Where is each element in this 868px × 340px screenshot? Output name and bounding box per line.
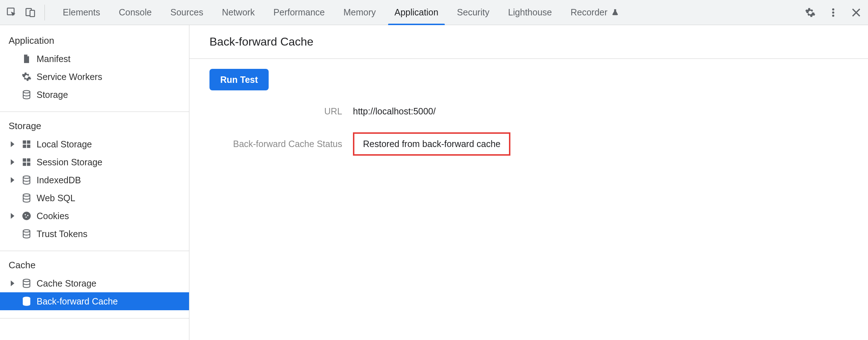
tab-console[interactable]: Console [109,0,161,25]
sidebar-item-service-workers[interactable]: Service Workers [0,68,189,86]
cookie-icon [22,211,32,221]
svg-rect-8 [27,141,30,144]
svg-point-15 [23,176,30,178]
tab-label: Sources [170,7,203,18]
db-icon [22,90,32,100]
sidebar-item-cookies[interactable]: Cookies [0,207,189,225]
tab-performance[interactable]: Performance [264,0,334,25]
tab-sources[interactable]: Sources [161,0,213,25]
sidebar-section-title: Cache [0,256,189,274]
svg-point-20 [25,217,27,218]
sidebar-item-label: Session Storage [37,157,102,167]
svg-rect-10 [27,145,30,148]
db-icon [22,296,32,306]
sidebar-item-label: Storage [37,90,68,100]
chevron-right-icon [11,141,14,147]
svg-rect-7 [23,141,26,144]
url-value: http://localhost:5000/ [353,106,848,117]
gear-icon [22,72,32,82]
settings-icon[interactable] [805,7,816,18]
db-icon [22,175,32,185]
chevron-right-icon [11,213,14,219]
svg-point-17 [22,212,30,220]
svg-point-4 [832,11,834,14]
sidebar-item-label: Service Workers [37,72,102,82]
run-test-button[interactable]: Run Test [209,69,269,90]
svg-point-5 [832,14,834,16]
svg-point-18 [25,214,26,216]
sidebar-item-indexeddb[interactable]: IndexedDB [0,171,189,189]
tabbar-right-controls [798,7,862,18]
chevron-right-icon [11,159,14,165]
inspect-element-icon[interactable] [6,7,17,18]
tab-application[interactable]: Application [385,0,448,25]
sidebar-item-label: Cookies [37,211,69,221]
grid-icon [22,139,32,149]
tab-memory[interactable]: Memory [334,0,385,25]
chevron-right-icon [11,177,14,183]
svg-point-6 [23,90,30,93]
svg-rect-14 [27,162,30,166]
svg-point-3 [832,8,834,10]
tab-elements[interactable]: Elements [53,0,109,25]
application-sidebar: Application Manifest Service Workers Sto… [0,25,189,340]
sidebar-section-title: Application [0,32,189,50]
sidebar-item-web-sql[interactable]: Web SQL [0,189,189,207]
tab-label: Performance [273,7,325,18]
page-title: Back-forward Cache [209,35,848,58]
tab-lighthouse[interactable]: Lighthouse [499,0,561,25]
db-icon [22,193,32,203]
svg-rect-13 [23,162,26,166]
tab-label: Recorder [571,7,608,18]
sidebar-item-cache-storage[interactable]: Cache Storage [0,274,189,292]
sidebar-item-label: Web SQL [37,193,75,203]
tab-recorder[interactable]: Recorder [561,0,628,25]
sidebar-item-storage[interactable]: Storage [0,86,189,104]
chevron-right-icon [11,280,14,286]
tab-network[interactable]: Network [213,0,264,25]
sidebar-item-trust-tokens[interactable]: Trust Tokens [0,225,189,243]
grid-icon [22,157,32,167]
tab-label: Elements [63,7,100,18]
tab-label: Security [457,7,489,18]
close-icon[interactable] [851,7,862,18]
devtools-tabbar: Elements Console Sources Network Perform… [0,0,868,25]
tab-label: Application [395,7,438,18]
sidebar-item-session-storage[interactable]: Session Storage [0,153,189,171]
tab-label: Network [222,7,255,18]
sidebar-item-label: Cache Storage [37,278,96,289]
device-toggle-icon[interactable] [25,7,36,18]
bfcache-status-label: Back-forward Cache Status [209,139,353,149]
sidebar-item-local-storage[interactable]: Local Storage [0,135,189,153]
url-label: URL [209,106,353,117]
tabbar-left-controls [6,5,45,20]
beaker-icon [611,9,619,16]
svg-point-22 [23,279,30,282]
sidebar-item-manifest[interactable]: Manifest [0,50,189,68]
sidebar-section-title: Storage [0,117,189,135]
db-icon [22,278,32,288]
svg-point-21 [23,230,30,232]
svg-point-19 [27,215,29,216]
svg-point-16 [23,194,30,196]
sidebar-item-label: Trust Tokens [37,229,88,239]
tab-security[interactable]: Security [448,0,499,25]
tabbar-tabs: Elements Console Sources Network Perform… [53,0,628,25]
tab-label: Memory [343,7,376,18]
svg-rect-11 [23,159,26,162]
sidebar-item-label: Local Storage [37,139,92,150]
content-pane: Back-forward Cache Run Test URL http://l… [189,25,868,340]
sidebar-item-label: Manifest [37,54,70,64]
db-icon [22,229,32,239]
svg-rect-2 [30,10,35,16]
tab-label: Lighthouse [508,7,552,18]
svg-rect-9 [23,145,26,148]
sidebar-item-label: IndexedDB [37,175,81,185]
file-icon [22,54,32,64]
kebab-menu-icon[interactable] [828,7,839,18]
svg-rect-12 [27,159,30,162]
tab-label: Console [119,7,152,18]
sidebar-item-label: Back-forward Cache [37,296,118,307]
bfcache-status-value: Restored from back-forward cache [353,132,510,156]
sidebar-item-back-forward-cache[interactable]: Back-forward Cache [0,292,189,310]
